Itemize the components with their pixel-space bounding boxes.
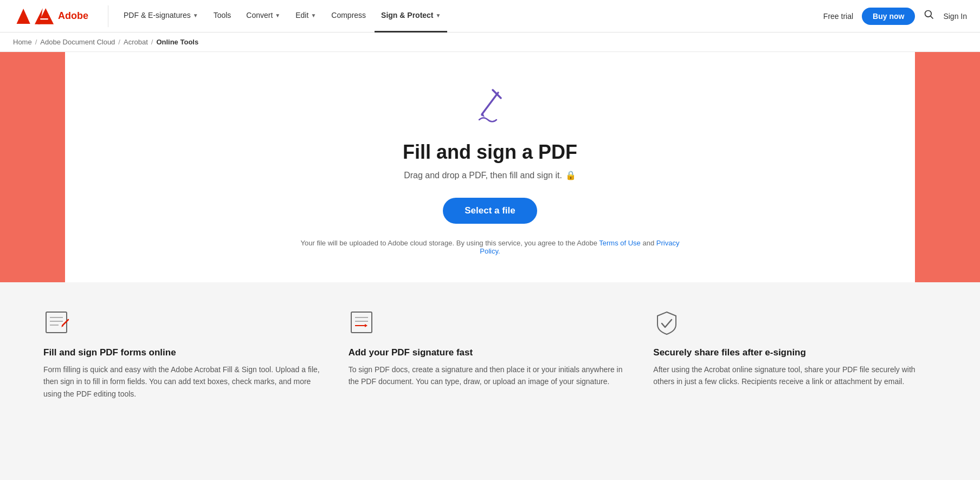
feature-title-secure-share: Securely share files after e-signing: [653, 347, 806, 358]
adobe-brand-text: Adobe: [58, 10, 88, 22]
chevron-down-icon-edit: ▼: [311, 12, 316, 18]
feature-title-add-signature: Add your PDF signature fast: [349, 347, 473, 358]
svg-line-6: [931, 16, 933, 19]
feature-title-fill-sign: Fill and sign PDF forms online: [43, 347, 176, 358]
chevron-down-icon-sign: ▼: [436, 12, 441, 18]
feature-secure-share: Securely share files after e-signing Aft…: [653, 309, 937, 400]
breadcrumb-adobe-doc-cloud[interactable]: Adobe Document Cloud: [40, 38, 115, 46]
fill-sign-icon: [43, 309, 73, 336]
nav-convert[interactable]: Convert ▼: [240, 0, 287, 33]
nav-sign-protect[interactable]: Sign & Protect ▼: [375, 0, 447, 33]
svg-marker-0: [17, 9, 30, 24]
feature-icon-signature: [349, 309, 378, 339]
nav-right: Free trial Buy now Sign In: [823, 8, 967, 25]
feature-icon-fill-sign: [43, 309, 73, 339]
hero-subtitle: Drag and drop a PDF, then fill and sign …: [404, 170, 576, 180]
breadcrumb-separator-3: /: [151, 38, 153, 46]
breadcrumb-home[interactable]: Home: [13, 38, 32, 46]
breadcrumb-acrobat[interactable]: Acrobat: [124, 38, 148, 46]
navbar-divider: [108, 5, 108, 27]
hero-section: Fill and sign a PDF Drag and drop a PDF,…: [0, 52, 980, 282]
lock-icon: 🔒: [565, 170, 576, 180]
nav-tools[interactable]: Tools: [207, 0, 238, 33]
breadcrumb-separator-1: /: [35, 38, 37, 46]
terms-of-use-link[interactable]: Terms of Use: [599, 239, 641, 247]
svg-line-7: [482, 93, 498, 114]
breadcrumb-separator-2: /: [118, 38, 120, 46]
adobe-wordmark-icon: [35, 8, 54, 24]
adobe-logo-icon: [13, 9, 30, 24]
feature-desc-fill-sign: Form filling is quick and easy with the …: [43, 364, 327, 400]
hero-decoration-right: [915, 52, 980, 282]
hero-decoration-left: [0, 52, 65, 282]
feature-fill-sign: Fill and sign PDF forms online Form fill…: [43, 309, 327, 400]
nav-compress[interactable]: Compress: [325, 0, 372, 33]
buy-now-button[interactable]: Buy now: [862, 8, 915, 25]
features-section: Fill and sign PDF forms online Form fill…: [0, 282, 980, 427]
add-signature-icon: [349, 309, 378, 336]
breadcrumb: Home / Adobe Document Cloud / Acrobat / …: [0, 33, 980, 52]
sign-in-link[interactable]: Sign In: [943, 12, 967, 21]
feature-add-signature: Add your PDF signature fast To sign PDF …: [349, 309, 632, 400]
select-file-button[interactable]: Select a file: [443, 198, 537, 224]
free-trial-link[interactable]: Free trial: [823, 12, 853, 21]
brand-logo[interactable]: Adobe: [13, 8, 88, 24]
feature-desc-add-signature: To sign PDF docs, create a signature and…: [349, 364, 632, 388]
pen-signature-icon: [468, 85, 512, 128]
svg-rect-4: [40, 18, 48, 19]
feature-desc-secure-share: After using the Acrobat online signature…: [653, 364, 937, 388]
nav-pdf-esignatures[interactable]: PDF & E-signatures ▼: [117, 0, 205, 33]
breadcrumb-current: Online Tools: [156, 38, 198, 46]
svg-line-14: [62, 320, 68, 326]
hero-icon: [468, 85, 512, 130]
svg-rect-16: [351, 312, 372, 333]
hero-content: Fill and sign a PDF Drag and drop a PDF,…: [300, 85, 680, 255]
chevron-down-icon: ▼: [193, 12, 198, 18]
svg-marker-20: [365, 324, 368, 327]
navbar: Adobe PDF & E-signatures ▼ Tools Convert…: [0, 0, 980, 33]
nav-edit[interactable]: Edit ▼: [289, 0, 323, 33]
svg-rect-10: [46, 312, 67, 333]
chevron-down-icon-convert: ▼: [275, 12, 280, 18]
hero-title: Fill and sign a PDF: [403, 141, 577, 164]
secure-share-icon: [653, 309, 683, 336]
search-icon: [924, 9, 934, 20]
nav-items: PDF & E-signatures ▼ Tools Convert ▼ Edi…: [117, 0, 823, 33]
search-icon-button[interactable]: [924, 9, 934, 23]
feature-icon-secure: [653, 309, 683, 339]
svg-point-5: [925, 11, 932, 17]
hero-disclaimer: Your file will be uploaded to Adobe clou…: [300, 239, 680, 255]
